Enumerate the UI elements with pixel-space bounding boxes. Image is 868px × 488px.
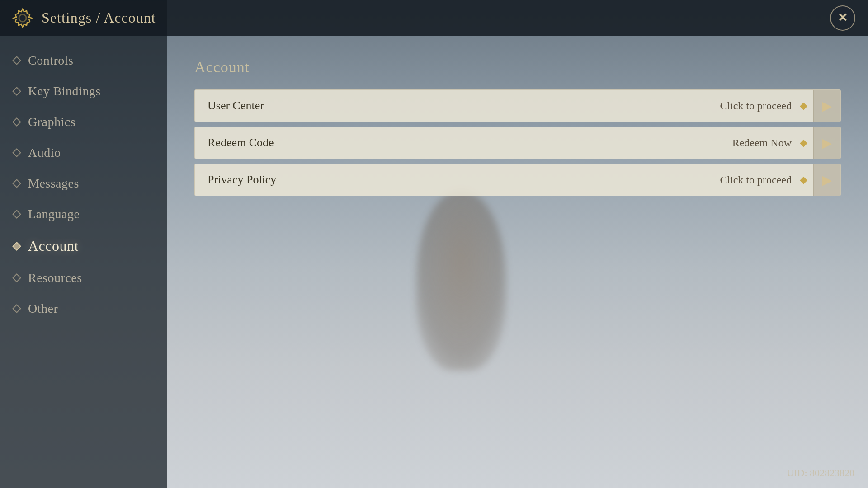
action-row-right: Redeem Now▶ [732, 127, 840, 159]
header-title: Settings / Account [42, 9, 156, 26]
nav-diamond-icon [12, 56, 21, 65]
nav-diamond-icon [12, 210, 21, 219]
action-row-action-text: Click to proceed [720, 174, 797, 186]
sidebar-item-account[interactable]: Account [0, 230, 167, 263]
action-row-action-text: Redeem Now [732, 137, 797, 149]
sidebar-item-graphics[interactable]: Graphics [0, 107, 167, 137]
action-row-action-text: Click to proceed [720, 100, 797, 112]
close-button[interactable]: ✕ [830, 5, 855, 31]
sidebar-item-language[interactable]: Language [0, 199, 167, 230]
nav-item-label: Other [28, 301, 58, 316]
section-title: Account [194, 59, 841, 76]
action-diamond-icon [797, 174, 810, 186]
settings-icon [11, 6, 34, 30]
action-row-privacy-policy[interactable]: Privacy PolicyClick to proceed▶ [194, 164, 841, 196]
sidebar-item-messages[interactable]: Messages [0, 168, 167, 199]
nav-item-label: Messages [28, 176, 79, 191]
action-row-label: User Center [195, 99, 720, 113]
sidebar-item-key-bindings[interactable]: Key Bindings [0, 76, 167, 107]
nav-item-label: Key Bindings [28, 84, 101, 99]
sidebar-item-audio[interactable]: Audio [0, 137, 167, 168]
action-row-user-center[interactable]: User CenterClick to proceed▶ [194, 89, 841, 122]
nav-diamond-icon [12, 273, 21, 282]
action-arrow-icon[interactable]: ▶ [813, 89, 840, 122]
action-arrow-icon[interactable]: ▶ [813, 164, 840, 196]
sidebar: ControlsKey BindingsGraphicsAudioMessage… [0, 36, 167, 488]
nav-diamond-icon [12, 148, 21, 157]
nav-item-label: Audio [28, 145, 61, 160]
nav-diamond-icon [12, 117, 21, 127]
action-diamond-icon [797, 136, 810, 149]
header: Settings / Account ✕ [0, 0, 868, 36]
action-row-right: Click to proceed▶ [720, 89, 840, 122]
sidebar-item-other[interactable]: Other [0, 293, 167, 324]
action-row-label: Privacy Policy [195, 173, 720, 187]
nav-item-label: Account [28, 238, 79, 254]
nav-item-label: Controls [28, 53, 73, 68]
close-icon: ✕ [838, 11, 848, 25]
nav-diamond-icon [12, 87, 21, 96]
sidebar-item-resources[interactable]: Resources [0, 263, 167, 293]
action-diamond-icon [797, 99, 810, 112]
uid-display: UID: 802823820 [787, 467, 854, 479]
nav-diamond-icon [12, 179, 21, 188]
main-content: Account User CenterClick to proceed▶Rede… [167, 36, 868, 488]
nav-item-label: Language [28, 207, 80, 221]
action-row-right: Click to proceed▶ [720, 164, 840, 196]
action-arrow-icon[interactable]: ▶ [813, 127, 840, 159]
action-row-redeem-code[interactable]: Redeem CodeRedeem Now▶ [194, 127, 841, 159]
nav-item-label: Resources [28, 271, 82, 285]
sidebar-item-controls[interactable]: Controls [0, 45, 167, 76]
action-row-label: Redeem Code [195, 136, 732, 150]
nav-diamond-icon [12, 304, 21, 313]
nav-diamond-icon [12, 242, 21, 251]
nav-item-label: Graphics [28, 115, 75, 129]
